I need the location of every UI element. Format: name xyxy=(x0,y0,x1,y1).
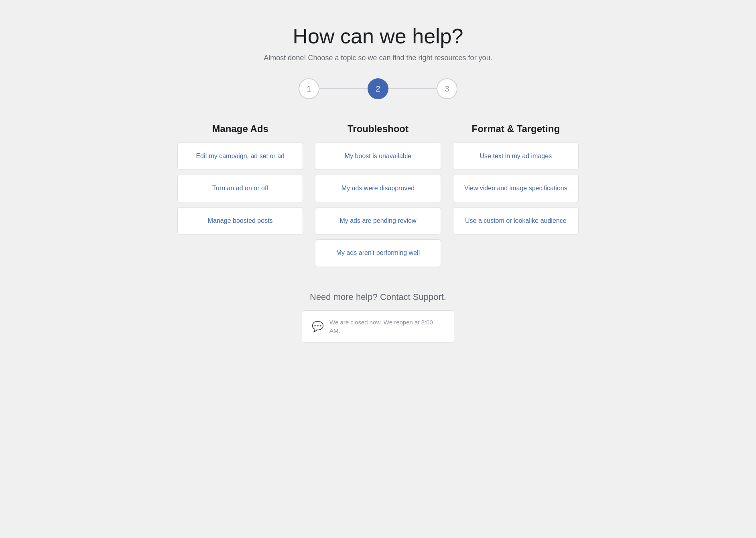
contact-title: Need more help? Contact Support. xyxy=(310,292,446,302)
page-container: How can we help? Almost done! Choose a t… xyxy=(177,24,579,342)
step-3: 3 xyxy=(437,78,457,99)
option-custom-lookalike-audience[interactable]: Use a custom or lookalike audience xyxy=(453,207,579,234)
option-use-text-in-images[interactable]: Use text in my ad images xyxy=(453,143,579,170)
stepper: 1 2 3 xyxy=(299,78,457,99)
step-1: 1 xyxy=(299,78,319,99)
option-video-image-specs[interactable]: View video and image specifications xyxy=(453,175,579,202)
column-title-manage-ads: Manage Ads xyxy=(212,123,268,134)
column-title-format-targeting: Format & Targeting xyxy=(472,123,560,134)
column-manage-ads: Manage Ads Edit my campaign, ad set or a… xyxy=(177,123,303,272)
step-line-2 xyxy=(388,88,437,89)
option-turn-ad-on-off[interactable]: Turn an ad on or off xyxy=(177,175,303,202)
column-title-troubleshoot: Troubleshoot xyxy=(348,123,408,134)
option-edit-campaign[interactable]: Edit my campaign, ad set or ad xyxy=(177,143,303,170)
page-title: How can we help? xyxy=(293,24,463,48)
option-ads-not-performing[interactable]: My ads aren't performing well xyxy=(315,239,441,267)
chat-closed-text: We are closed now. We reopen at 8:00 AM. xyxy=(329,318,444,335)
chat-icon: 💬 xyxy=(312,321,324,332)
option-ads-pending-review[interactable]: My ads are pending review xyxy=(315,207,441,234)
columns-wrapper: Manage Ads Edit my campaign, ad set or a… xyxy=(177,123,579,272)
column-format-targeting: Format & Targeting Use text in my ad ima… xyxy=(453,123,579,272)
column-troubleshoot: Troubleshoot My boost is unavailable My … xyxy=(315,123,441,272)
option-ads-disapproved[interactable]: My ads were disapproved xyxy=(315,175,441,202)
option-manage-boosted-posts[interactable]: Manage boosted posts xyxy=(177,207,303,234)
option-boost-unavailable[interactable]: My boost is unavailable xyxy=(315,143,441,170)
step-line-1 xyxy=(319,88,368,89)
contact-section: Need more help? Contact Support. 💬 We ar… xyxy=(177,292,579,342)
step-2-active: 2 xyxy=(368,78,388,99)
chat-box: 💬 We are closed now. We reopen at 8:00 A… xyxy=(302,310,454,342)
page-subtitle: Almost done! Choose a topic so we can fi… xyxy=(264,54,492,62)
